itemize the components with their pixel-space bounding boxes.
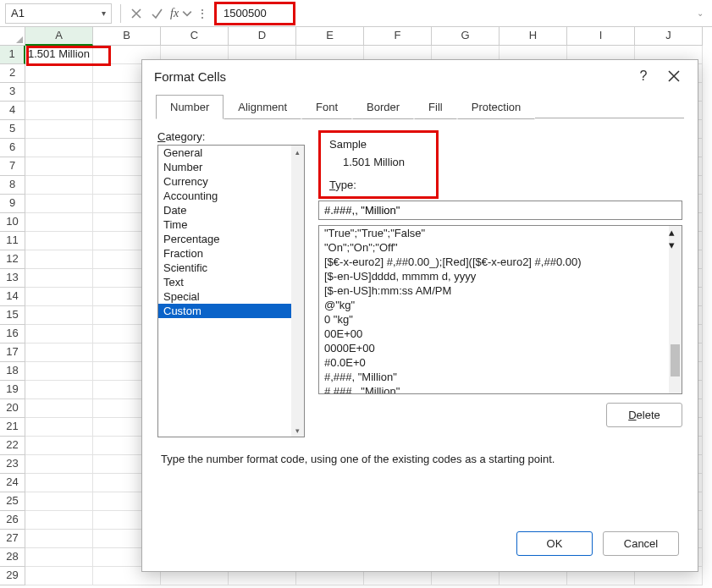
name-box[interactable]: A1 ▾	[5, 3, 112, 24]
row-header-15[interactable]: 15	[0, 306, 25, 325]
category-item[interactable]: General	[158, 146, 304, 160]
column-header-i[interactable]: I	[567, 27, 635, 46]
cell[interactable]	[25, 288, 93, 306]
category-item[interactable]: Special	[158, 289, 304, 304]
category-item[interactable]: Fraction	[158, 246, 304, 261]
row-header-11[interactable]: 11	[0, 232, 25, 250]
category-item[interactable]: Percentage	[158, 232, 304, 246]
row-header-9[interactable]: 9	[0, 195, 25, 213]
row-header-6[interactable]: 6	[0, 139, 25, 157]
cell[interactable]	[25, 83, 93, 102]
column-header-d[interactable]: D	[229, 27, 296, 46]
type-input[interactable]	[318, 201, 682, 220]
help-button[interactable]: ?	[628, 63, 659, 90]
cancel-formula-icon[interactable]	[128, 5, 145, 22]
fx-icon[interactable]: fx	[170, 7, 179, 20]
close-button[interactable]	[659, 63, 689, 90]
delete-button[interactable]: Delete	[606, 403, 682, 427]
row-header-4[interactable]: 4	[0, 102, 25, 120]
row-header-26[interactable]: 26	[0, 511, 25, 530]
cell[interactable]	[25, 139, 93, 157]
formula-bar-grip-icon[interactable]: ⋮	[197, 8, 207, 19]
tab-number[interactable]: Number	[156, 95, 224, 119]
cell[interactable]: 1.501 Million	[25, 46, 93, 64]
tab-protection[interactable]: Protection	[457, 95, 536, 119]
format-code-item[interactable]: #.###,, "Million"	[319, 384, 682, 394]
category-item[interactable]: Number	[158, 160, 304, 174]
cell[interactable]	[25, 492, 93, 511]
cell[interactable]	[25, 64, 93, 83]
cell[interactable]	[25, 102, 93, 120]
formula-bar-expand-icon[interactable]: ⌄	[697, 8, 704, 18]
cell[interactable]	[25, 437, 93, 455]
cancel-button[interactable]: Cancel	[603, 531, 679, 556]
row-header-7[interactable]: 7	[0, 157, 25, 176]
row-header-17[interactable]: 17	[0, 343, 25, 362]
format-code-item[interactable]: @"kg"	[319, 298, 682, 312]
category-item[interactable]: Currency	[158, 174, 304, 189]
cell[interactable]	[25, 418, 93, 437]
row-header-23[interactable]: 23	[0, 455, 25, 474]
cell[interactable]	[25, 567, 93, 585]
scroll-up-icon[interactable]: ▴	[291, 146, 304, 158]
format-codes-listbox[interactable]: "True";"True";"False""On";"On";"Off"[$€-…	[318, 225, 682, 394]
tab-font[interactable]: Font	[301, 95, 352, 119]
row-header-29[interactable]: 29	[0, 567, 25, 585]
scroll-up-icon[interactable]: ▴	[669, 226, 682, 239]
category-listbox[interactable]: GeneralNumberCurrencyAccountingDateTimeP…	[157, 145, 305, 437]
cell[interactable]	[25, 176, 93, 195]
row-header-20[interactable]: 20	[0, 399, 25, 418]
row-header-18[interactable]: 18	[0, 362, 25, 381]
accept-formula-icon[interactable]	[148, 5, 165, 22]
row-header-8[interactable]: 8	[0, 176, 25, 195]
format-code-item[interactable]: 00E+00	[319, 327, 682, 341]
row-header-10[interactable]: 10	[0, 213, 25, 232]
row-header-14[interactable]: 14	[0, 288, 25, 306]
column-header-e[interactable]: E	[296, 27, 364, 46]
format-code-item[interactable]: [$-en-US]h:mm:ss AM/PM	[319, 283, 682, 298]
row-header-22[interactable]: 22	[0, 437, 25, 455]
row-header-1[interactable]: 1	[0, 46, 25, 64]
row-header-12[interactable]: 12	[0, 250, 25, 269]
scroll-down-icon[interactable]: ▾	[291, 424, 304, 437]
column-header-f[interactable]: F	[364, 27, 432, 46]
column-header-g[interactable]: G	[432, 27, 500, 46]
cell[interactable]	[25, 157, 93, 176]
ok-button[interactable]: OK	[516, 531, 593, 556]
category-item[interactable]: Scientific	[158, 261, 304, 275]
select-all-corner[interactable]	[0, 27, 25, 46]
category-item[interactable]: Accounting	[158, 189, 304, 203]
category-item[interactable]: Time	[158, 217, 304, 232]
cell[interactable]	[25, 511, 93, 530]
row-header-27[interactable]: 27	[0, 530, 25, 548]
cell[interactable]	[25, 455, 93, 474]
cell[interactable]	[25, 474, 93, 492]
cell[interactable]	[25, 195, 93, 213]
cell[interactable]	[25, 120, 93, 139]
column-header-b[interactable]: B	[93, 27, 161, 46]
tab-border[interactable]: Border	[352, 95, 414, 119]
cell[interactable]	[25, 399, 93, 418]
format-code-item[interactable]: [$€-x-euro2] #,##0.00_);[Red]([$€-x-euro…	[319, 255, 682, 269]
cell[interactable]	[25, 530, 93, 548]
column-header-c[interactable]: C	[161, 27, 229, 46]
format-code-item[interactable]: "On";"On";"Off"	[319, 240, 682, 255]
cell[interactable]	[25, 232, 93, 250]
formula-expand-chevron-icon[interactable]	[182, 5, 192, 22]
cell[interactable]	[25, 306, 93, 325]
category-item[interactable]: Custom	[158, 304, 304, 318]
row-header-16[interactable]: 16	[0, 325, 25, 343]
cell[interactable]	[25, 250, 93, 269]
cell[interactable]	[25, 325, 93, 343]
row-header-5[interactable]: 5	[0, 120, 25, 139]
tab-fill[interactable]: Fill	[414, 95, 457, 119]
format-code-item[interactable]: [$-en-US]dddd, mmmm d, yyyy	[319, 269, 682, 283]
row-header-24[interactable]: 24	[0, 474, 25, 492]
row-header-13[interactable]: 13	[0, 269, 25, 288]
cell[interactable]	[25, 343, 93, 362]
row-header-21[interactable]: 21	[0, 418, 25, 437]
cell[interactable]	[25, 213, 93, 232]
column-header-j[interactable]: J	[635, 27, 703, 46]
row-header-25[interactable]: 25	[0, 492, 25, 511]
column-header-a[interactable]: A	[25, 27, 93, 46]
